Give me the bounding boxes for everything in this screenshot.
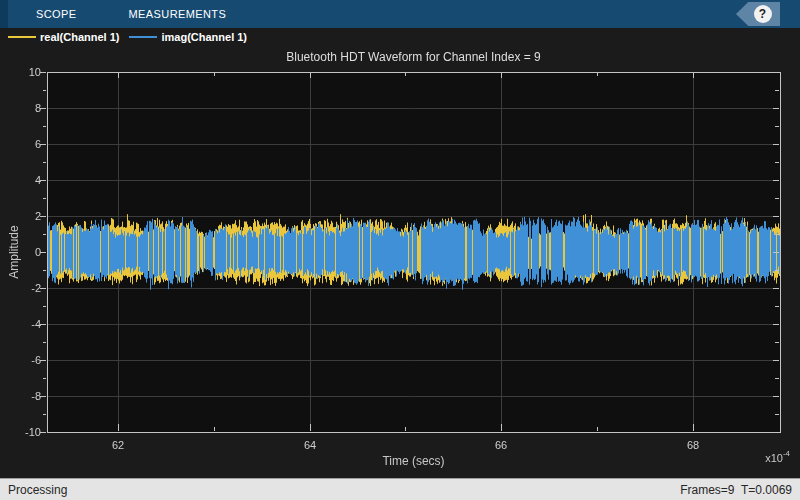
- x-tick-label: 68: [673, 438, 713, 452]
- legend: real(Channel 1) imag(Channel 1): [0, 28, 800, 46]
- y-tick-label: -4: [3, 317, 41, 331]
- tab-scope[interactable]: SCOPE: [22, 0, 91, 28]
- status-bar: Processing Frames=9 T=0.0069: [0, 478, 800, 500]
- help-button[interactable]: ?: [736, 2, 780, 26]
- x-axis-label: Time (secs): [47, 454, 780, 468]
- y-tick-label: -2: [3, 281, 41, 295]
- legend-label-imag: imag(Channel 1): [161, 31, 247, 43]
- toolbar-tabs: SCOPE MEASUREMENTS ?: [0, 0, 800, 28]
- x-tick-label: 66: [481, 438, 521, 452]
- real-line-swatch: [8, 36, 36, 38]
- plot-region: Bluetooth HDT Waveform for Channel Index…: [0, 46, 800, 478]
- frames-time-text: Frames=9 T=0.0069: [680, 483, 792, 497]
- x-multiplier-exponent: -4: [783, 449, 790, 458]
- status-text: Processing: [8, 483, 67, 497]
- help-icon: ?: [754, 5, 772, 23]
- legend-item-real[interactable]: real(Channel 1): [8, 31, 119, 43]
- legend-label-real: real(Channel 1): [40, 31, 119, 43]
- y-tick-label: 6: [3, 137, 41, 151]
- y-tick-label: -10: [3, 425, 41, 439]
- legend-item-imag[interactable]: imag(Channel 1): [129, 31, 247, 43]
- x-multiplier-base: x10: [765, 452, 783, 464]
- waveform-plot[interactable]: [0, 46, 800, 478]
- x-tick-label: 64: [290, 438, 330, 452]
- imag-line-swatch: [129, 36, 157, 38]
- y-tick-label: -6: [3, 353, 41, 367]
- scope-window: SCOPE MEASUREMENTS ? real(Channel 1) ima…: [0, 0, 800, 500]
- x-axis-multiplier: x10-4: [765, 450, 790, 464]
- plot-title: Bluetooth HDT Waveform for Channel Index…: [47, 50, 780, 64]
- y-tick-label: 10: [3, 65, 41, 79]
- y-tick-label: 0: [3, 245, 41, 259]
- tab-measurements[interactable]: MEASUREMENTS: [115, 0, 241, 28]
- y-tick-label: 8: [3, 101, 41, 115]
- y-tick-label: 4: [3, 173, 41, 187]
- x-tick-label: 62: [98, 438, 138, 452]
- y-tick-label: -8: [3, 389, 41, 403]
- y-tick-label: 2: [3, 209, 41, 223]
